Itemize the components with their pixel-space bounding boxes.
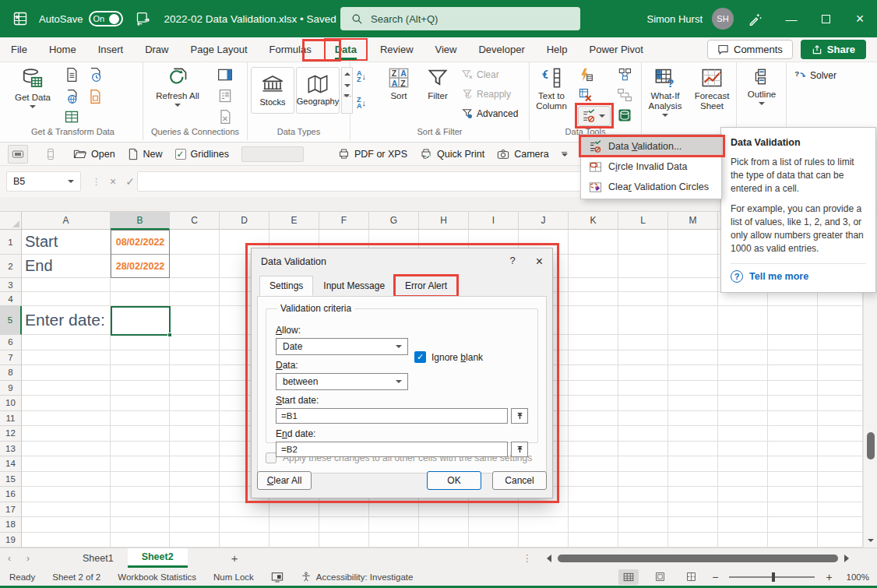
- cell-E18[interactable]: [269, 517, 319, 533]
- cell-A6[interactable]: [22, 335, 111, 350]
- scroll-left-icon[interactable]: [547, 555, 551, 562]
- prev-sheet-icon[interactable]: ‹: [0, 553, 19, 564]
- save-icon[interactable]: [136, 11, 151, 26]
- new-button[interactable]: New: [128, 148, 163, 160]
- column-header-K[interactable]: K: [569, 212, 618, 230]
- row-header-1[interactable]: 1: [0, 230, 22, 255]
- cell-N8[interactable]: [718, 365, 768, 381]
- row-header-4[interactable]: 4: [0, 292, 22, 306]
- cell-10[interactable]: [768, 396, 818, 411]
- row-header-9[interactable]: 9: [0, 381, 22, 396]
- data-dropdown[interactable]: between: [276, 373, 408, 390]
- column-header-G[interactable]: G: [369, 212, 419, 230]
- new-sheet-button[interactable]: +: [219, 551, 251, 565]
- column-header-M[interactable]: M: [668, 212, 718, 230]
- what-if-analysis-button[interactable]: ? What-If Analysis: [642, 62, 689, 117]
- scroll-down-icon[interactable]: [344, 84, 350, 87]
- cell-J17[interactable]: [519, 502, 569, 518]
- cell-N15[interactable]: [718, 472, 768, 488]
- cell-N17[interactable]: [718, 502, 768, 518]
- next-sheet-icon[interactable]: ›: [19, 553, 37, 564]
- row-header-13[interactable]: 13: [0, 442, 22, 457]
- cell-18[interactable]: [818, 517, 863, 533]
- cell-8[interactable]: [818, 365, 863, 381]
- cell-K9[interactable]: [569, 381, 618, 396]
- cell-N9[interactable]: [718, 381, 768, 396]
- cell-11[interactable]: [818, 411, 863, 427]
- cell-N19[interactable]: [718, 533, 768, 548]
- cell-K8[interactable]: [569, 365, 618, 381]
- cell-D19[interactable]: [220, 533, 269, 548]
- cell-7[interactable]: [818, 350, 863, 366]
- cell-M18[interactable]: [668, 517, 718, 533]
- cell-C3[interactable]: [170, 278, 220, 292]
- cancel-entry-icon[interactable]: ×: [110, 175, 116, 188]
- cell-B2[interactable]: 28/02/2022: [111, 255, 170, 278]
- reapply-filter-button[interactable]: Reapply: [461, 88, 511, 100]
- data-model-icon[interactable]: [617, 107, 632, 123]
- zoom-level[interactable]: 100%: [847, 572, 869, 582]
- cell-B8[interactable]: [111, 365, 170, 381]
- cell-A8[interactable]: [22, 365, 111, 381]
- cell-18[interactable]: [768, 517, 818, 533]
- ribbon-tab-page-layout[interactable]: Page Layout: [181, 40, 257, 59]
- cell-B4[interactable]: [111, 292, 170, 306]
- cell-B11[interactable]: [111, 411, 170, 427]
- zoom-slider-thumb[interactable]: [772, 572, 775, 582]
- cell-B19[interactable]: [111, 533, 170, 548]
- quick-print-button[interactable]: Quick Print: [420, 148, 484, 160]
- status-sheet-info[interactable]: Sheet 2 of 2: [52, 572, 100, 582]
- ribbon-tab-view[interactable]: View: [426, 40, 467, 59]
- cell-15[interactable]: [818, 472, 863, 488]
- cell-A7[interactable]: [22, 350, 111, 366]
- cell-12[interactable]: [818, 426, 863, 442]
- cell-M2[interactable]: [668, 255, 718, 278]
- cell-A10[interactable]: [22, 396, 111, 411]
- cell-K13[interactable]: [569, 442, 618, 457]
- cell-L6[interactable]: [618, 335, 668, 350]
- coming-soon-icon[interactable]: [748, 11, 763, 26]
- page-layout-view-button[interactable]: [650, 569, 670, 585]
- pdf-or-xps-button[interactable]: PDF or XPS: [338, 148, 407, 160]
- cell-N14[interactable]: [718, 456, 768, 472]
- cell-A3[interactable]: [22, 278, 111, 292]
- cell-C7[interactable]: [170, 350, 220, 366]
- cell-K4[interactable]: [569, 292, 618, 306]
- cell-K18[interactable]: [569, 517, 618, 533]
- column-header-L[interactable]: L: [618, 212, 668, 230]
- display-settings-icon[interactable]: [271, 572, 284, 583]
- cell-5[interactable]: [818, 306, 863, 335]
- cell-L15[interactable]: [618, 472, 668, 488]
- row-header-10[interactable]: 10: [0, 396, 22, 411]
- cell-12[interactable]: [768, 426, 818, 442]
- cell-A17[interactable]: [22, 502, 111, 518]
- cell-G19[interactable]: [369, 533, 419, 548]
- cell-6[interactable]: [768, 335, 818, 350]
- cell-N12[interactable]: [718, 426, 768, 442]
- cell-B13[interactable]: [111, 442, 170, 457]
- cell-D18[interactable]: [220, 517, 269, 533]
- forecast-sheet-button[interactable]: Forecast Sheet: [690, 62, 734, 111]
- qat-overflow-button[interactable]: [562, 152, 568, 157]
- row-header-12[interactable]: 12: [0, 426, 22, 442]
- row-header-17[interactable]: 17: [0, 502, 22, 518]
- row-header-18[interactable]: 18: [0, 517, 22, 533]
- ribbon-tab-data[interactable]: Data: [324, 38, 368, 61]
- column-header-D[interactable]: D: [220, 212, 269, 230]
- cell-L16[interactable]: [618, 487, 668, 502]
- cell-B12[interactable]: [111, 426, 170, 442]
- allow-dropdown[interactable]: Date: [276, 338, 408, 355]
- zoom-out-button[interactable]: −: [712, 571, 718, 583]
- dialog-close-button[interactable]: ×: [536, 255, 543, 269]
- stocks-button[interactable]: Stocks: [251, 67, 294, 114]
- row-header-19[interactable]: 19: [0, 533, 22, 548]
- cell-A14[interactable]: [22, 456, 111, 472]
- cell-L10[interactable]: [618, 396, 668, 411]
- cell-F19[interactable]: [319, 533, 369, 548]
- outline-button[interactable]: Outline: [740, 62, 784, 105]
- column-header-A[interactable]: A: [22, 212, 111, 230]
- cell-N11[interactable]: [718, 411, 768, 427]
- cell-C10[interactable]: [170, 396, 220, 411]
- cell-M9[interactable]: [668, 381, 718, 396]
- cell-A1[interactable]: Start: [22, 230, 111, 255]
